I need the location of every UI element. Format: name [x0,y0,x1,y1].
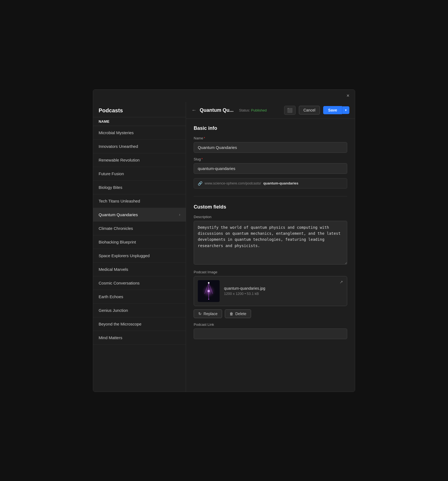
slug-input[interactable] [194,163,347,174]
podcast-image-field-group: Podcast Image [194,270,347,318]
main-panel: ← Quantum Qu... Status: Published ⬛ Canc… [186,102,355,392]
url-slug: quantum-quandaries [263,181,299,185]
sidebar-item-label: Tech Titans Unleashed [99,199,140,203]
preview-icon-button[interactable]: ⬛ [284,106,296,115]
sidebar-item[interactable]: Renewable Revolution [93,153,186,167]
image-meta: 1200 x 1200 • 53.1 kB [224,292,343,296]
sidebar-item-label: Innovators Unearthed [99,144,138,149]
description-textarea[interactable]: Demystify the world of quantum physics a… [194,221,347,265]
chevron-right-icon: › [179,212,180,217]
description-label: Description [194,215,347,219]
image-info: quantum-quandaries.jpg 1200 x 1200 • 53.… [224,286,343,296]
delete-button[interactable]: 🗑 Delete [225,309,251,318]
sidebar-item[interactable]: Genius Junction [93,304,186,317]
sidebar-item[interactable]: Tech Titans Unleashed [93,194,186,208]
url-preview: 🔗 www.science-sphere.com/podcasts/quantu… [194,178,347,189]
sidebar-item[interactable]: Mind Matters [93,331,186,345]
save-button-group: Save ▾ [323,106,349,114]
sidebar-item[interactable]: Beyond the Microscope [93,317,186,331]
sidebar-item[interactable]: Climate Chronicles [93,222,186,235]
sidebar: Podcasts Name Microbial MysteriesInnovat… [93,102,186,392]
sidebar-item-label: Medical Marvels [99,267,128,272]
sidebar-item[interactable]: Medical Marvels [93,263,186,276]
replace-button[interactable]: ↻ Replace [194,309,222,318]
modal: × Podcasts Name Microbial MysteriesInnov… [93,89,355,392]
modal-body: Podcasts Name Microbial MysteriesInnovat… [93,102,355,392]
podcast-link-input[interactable] [194,329,347,339]
svg-point-6 [208,282,210,284]
podcast-link-field-group: Podcast Link [194,322,347,339]
app-wrapper: × Podcasts Name Microbial MysteriesInnov… [0,0,448,481]
image-filename: quantum-quandaries.jpg [224,286,343,291]
sidebar-item[interactable]: Cosmic Conversations [93,276,186,290]
main-header: ← Quantum Qu... Status: Published ⬛ Canc… [186,102,355,119]
close-button[interactable]: × [345,92,351,99]
status-value: Published [251,108,267,112]
name-label: Name* [194,136,347,140]
replace-icon: ↻ [198,312,202,316]
slug-required-star: * [201,157,203,161]
close-bar: × [93,90,355,102]
sidebar-item-label: Cosmic Conversations [99,281,140,285]
sidebar-item[interactable]: Innovators Unearthed [93,140,186,153]
sidebar-item[interactable]: Future Fusion [93,167,186,181]
sidebar-item-label: Earth Echoes [99,294,123,299]
page-title: Quantum Qu... [200,107,234,113]
sidebar-item-label: Biohacking Blueprint [99,240,136,244]
slug-label: Slug* [194,157,347,161]
sidebar-item[interactable]: Space Explorers Unplugged [93,249,186,263]
external-link-icon[interactable]: ↗ [340,280,343,285]
save-button[interactable]: Save [323,106,342,114]
sidebar-column-header: Name [93,117,186,126]
sidebar-item[interactable]: Biology Bites [93,181,186,194]
podcast-image-label: Podcast Image [194,270,347,274]
sidebar-item-label: Microbial Mysteries [99,130,134,135]
sidebar-title: Podcasts [93,102,186,117]
sidebar-item-label: Renewable Revolution [99,158,140,162]
svg-point-5 [208,290,210,292]
sidebar-item-label: Biology Bites [99,185,122,190]
basic-info-title: Basic info [194,125,347,131]
sidebar-item-label: Climate Chronicles [99,226,133,231]
image-thumbnail [198,280,220,302]
sidebar-items-list: Microbial MysteriesInnovators UnearthedR… [93,126,186,345]
image-actions: ↻ Replace 🗑 Delete [194,309,347,318]
svg-point-7 [208,299,209,300]
name-input[interactable] [194,142,347,153]
cancel-button[interactable]: Cancel [299,106,320,115]
sidebar-item-label: Space Explorers Unplugged [99,253,150,258]
sidebar-item-label: Future Fusion [99,171,124,176]
slug-field-group: Slug* [194,157,347,174]
custom-fields-title: Custom fields [194,204,347,210]
sidebar-item[interactable]: Earth Echoes [93,290,186,304]
image-card: quantum-quandaries.jpg 1200 x 1200 • 53.… [194,276,347,306]
sidebar-item-label: Beyond the Microscope [99,322,142,326]
podcast-link-label: Podcast Link [194,322,347,327]
sidebar-item[interactable]: Microbial Mysteries [93,126,186,140]
back-button[interactable]: ← [191,107,196,113]
save-dropdown-button[interactable]: ▾ [342,106,349,114]
delete-icon: 🗑 [229,312,233,316]
basic-info-section: Basic info Name* Slug* [194,125,347,189]
sidebar-item-label: Quantum Quandaries [99,212,138,217]
sidebar-item-label: Mind Matters [99,335,122,340]
link-icon: 🔗 [198,181,202,186]
status-label: Status: Published [239,108,267,112]
description-field-group: Description Demystify the world of quant… [194,215,347,266]
sidebar-item[interactable]: Biohacking Blueprint [93,235,186,249]
name-required-star: * [204,136,205,140]
name-field-group: Name* [194,136,347,153]
url-domain: www.science-sphere.com/podcasts/ [205,181,261,185]
section-divider [194,196,347,196]
custom-fields-section: Custom fields Description Demystify the … [194,204,347,339]
sidebar-item[interactable]: Quantum Quandaries› [93,208,186,222]
sidebar-item-label: Genius Junction [99,308,128,313]
main-content: Basic info Name* Slug* [186,119,355,346]
